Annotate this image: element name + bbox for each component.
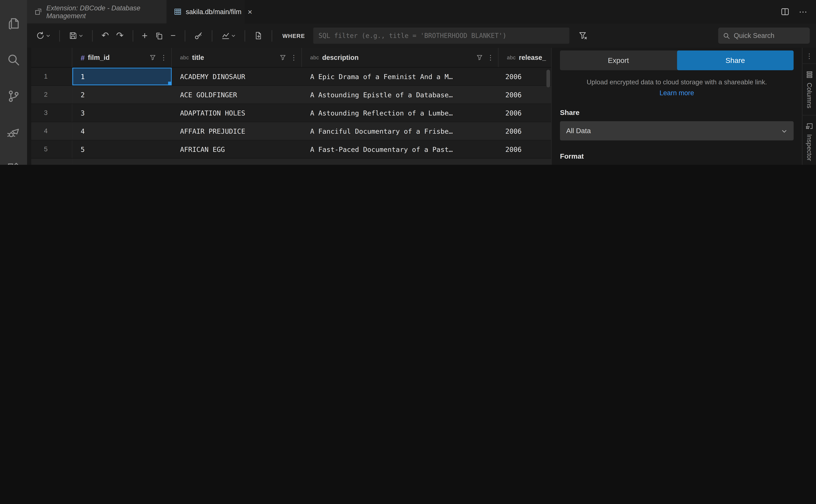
close-tab-icon[interactable]: ×	[248, 7, 252, 16]
cell-film_id[interactable]: 6	[72, 159, 172, 165]
save-button[interactable]	[67, 29, 85, 42]
column-name: film_id	[88, 54, 110, 61]
column-menu-icon[interactable]: ⋮	[290, 54, 297, 61]
search-icon	[723, 32, 730, 39]
strip-more-icon[interactable]: ⋮	[806, 48, 813, 63]
row-number[interactable]: 5	[31, 140, 72, 158]
cell-release_year[interactable]: 2006	[499, 159, 551, 165]
search-icon[interactable]	[0, 42, 27, 78]
table-row[interactable]: 44AFFAIR PREJUDICEA Fanciful Documentary…	[31, 122, 551, 140]
cell-description[interactable]: A Astounding Epistle of a Database…	[302, 86, 499, 104]
header-gutter[interactable]	[31, 48, 72, 67]
tab-label: Columns	[806, 83, 813, 108]
chart-button[interactable]	[219, 29, 237, 42]
table-icon	[174, 8, 182, 16]
divider	[92, 30, 93, 41]
chevron-down-icon	[781, 128, 787, 134]
row-number[interactable]: 6	[31, 159, 72, 165]
table-row[interactable]: 55AFRICAN EGGA Fast-Paced Documentary of…	[31, 140, 551, 159]
delete-row-button[interactable]: −	[169, 29, 177, 42]
tab-inspector[interactable]: Inspector	[803, 115, 816, 165]
filter-funnel-icon[interactable]	[279, 54, 286, 61]
format-label: Format	[560, 152, 794, 160]
activity-bar	[0, 0, 27, 165]
filter-funnel-icon[interactable]	[149, 54, 156, 61]
column-menu-icon[interactable]: ⋮	[487, 54, 494, 61]
more-actions-icon[interactable]: ⋯	[799, 7, 808, 17]
run-debug-icon[interactable]	[0, 114, 27, 151]
clear-filter-icon[interactable]	[579, 31, 588, 40]
selection-fill-handle[interactable]	[168, 82, 172, 85]
cell-title[interactable]: ACE GOLDFINGER	[172, 86, 302, 104]
quick-search-input[interactable]: Quick Search	[718, 28, 810, 44]
cell-film_id[interactable]: 3	[72, 104, 172, 122]
cell-title[interactable]: AGENT TRUMAN	[172, 159, 302, 165]
script-button[interactable]	[252, 29, 264, 42]
cell-release_year[interactable]: 2006	[499, 140, 551, 158]
cell-title[interactable]: ACADEMY DINOSAUR	[172, 68, 302, 85]
cell-title[interactable]: AFFAIR PREJUDICE	[172, 122, 302, 140]
cell-release_year[interactable]: 2006	[499, 86, 551, 104]
cell-release_year[interactable]: 2006	[499, 104, 551, 122]
vscode-window: Extension: DBCode - Database Management …	[0, 0, 816, 165]
divider	[184, 30, 185, 41]
column-header-release-year[interactable]: abc release_	[499, 48, 551, 67]
explorer-icon[interactable]	[0, 5, 27, 42]
filter-funnel-icon[interactable]	[476, 54, 483, 61]
split-editor-icon[interactable]	[781, 7, 789, 16]
undo-button[interactable]: ↶	[100, 29, 110, 42]
vertical-scrollbar[interactable]	[547, 70, 550, 87]
source-control-icon[interactable]	[0, 78, 27, 114]
row-number[interactable]: 1	[31, 68, 72, 85]
column-header-title[interactable]: abc title ⋮	[172, 48, 302, 67]
cell-description[interactable]: A Epic Drama of a Feminist And a M…	[302, 68, 499, 85]
cell-release_year[interactable]: 2006	[499, 122, 551, 140]
cell-film_id[interactable]: 5	[72, 140, 172, 158]
column-header-film-id[interactable]: # film_id ⋮	[72, 48, 172, 67]
add-row-button[interactable]: +	[140, 29, 149, 43]
export-share-toggle: Export Share	[560, 51, 794, 70]
share-tab-button[interactable]: Share	[677, 51, 794, 70]
cell-title[interactable]: AFRICAN EGG	[172, 140, 302, 158]
table-row[interactable]: 22ACE GOLDFINGERA Astounding Epistle of …	[31, 86, 551, 104]
editor-left-gap	[27, 48, 31, 165]
columns-icon	[805, 71, 813, 79]
column-header-description[interactable]: abc description ⋮	[302, 48, 499, 67]
cell-description[interactable]: A Intrepid Panorama of a Robot And…	[302, 159, 499, 165]
cell-film_id[interactable]: 4	[72, 122, 172, 140]
share-scope-select[interactable]: All Data	[560, 121, 794, 140]
sql-filter-input[interactable]: SQL filter (e.g., title = 'BROTHERHOOD B…	[313, 28, 569, 44]
extensions-icon[interactable]	[0, 151, 27, 165]
table-body: 11ACADEMY DINOSAURA Epic Drama of a Femi…	[31, 68, 551, 165]
learn-more-link[interactable]: Learn more	[560, 89, 794, 97]
copy-row-button[interactable]	[153, 29, 165, 42]
tab-label: sakila.db/main/film	[186, 8, 241, 16]
table-row[interactable]: 66AGENT TRUMANA Intrepid Panorama of a R…	[31, 159, 551, 165]
cell-release_year[interactable]: 2006	[499, 68, 551, 85]
column-name: title	[192, 54, 204, 61]
key-button[interactable]	[192, 29, 204, 42]
grid-toolbar: ↶ ↷ + − WHERE SQL filter	[27, 23, 816, 48]
export-tab-button[interactable]: Export	[560, 51, 677, 70]
row-number[interactable]: 3	[31, 104, 72, 122]
column-menu-icon[interactable]: ⋮	[160, 54, 167, 61]
tab-extension-dbcode[interactable]: Extension: DBCode - Database Management	[27, 0, 167, 23]
row-number[interactable]: 4	[31, 122, 72, 140]
cell-description[interactable]: A Fast-Paced Documentary of a Past…	[302, 140, 499, 158]
text-type-icon: abc	[310, 55, 319, 60]
cell-film_id[interactable]: 2	[72, 86, 172, 104]
refresh-button[interactable]	[34, 29, 52, 42]
right-tab-strip: ⋮ Columns Inspector Export / Share AI	[802, 48, 816, 165]
row-number[interactable]: 2	[31, 86, 72, 104]
table-row[interactable]: 11ACADEMY DINOSAURA Epic Drama of a Femi…	[31, 68, 551, 86]
cell-film_id[interactable]: 1	[72, 68, 172, 85]
inspector-icon	[805, 122, 813, 130]
tab-columns[interactable]: Columns	[803, 63, 816, 115]
cell-description[interactable]: A Fanciful Documentary of a Frisbe…	[302, 122, 499, 140]
cell-title[interactable]: ADAPTATION HOLES	[172, 104, 302, 122]
table-row[interactable]: 33ADAPTATION HOLESA Astounding Reflectio…	[31, 104, 551, 122]
sql-filter-placeholder: SQL filter (e.g., title = 'BROTHERHOOD B…	[318, 32, 507, 40]
cell-description[interactable]: A Astounding Reflection of a Lumbe…	[302, 104, 499, 122]
redo-button[interactable]: ↷	[115, 29, 125, 42]
tab-sakila-film[interactable]: sakila.db/main/film ×	[167, 0, 245, 23]
